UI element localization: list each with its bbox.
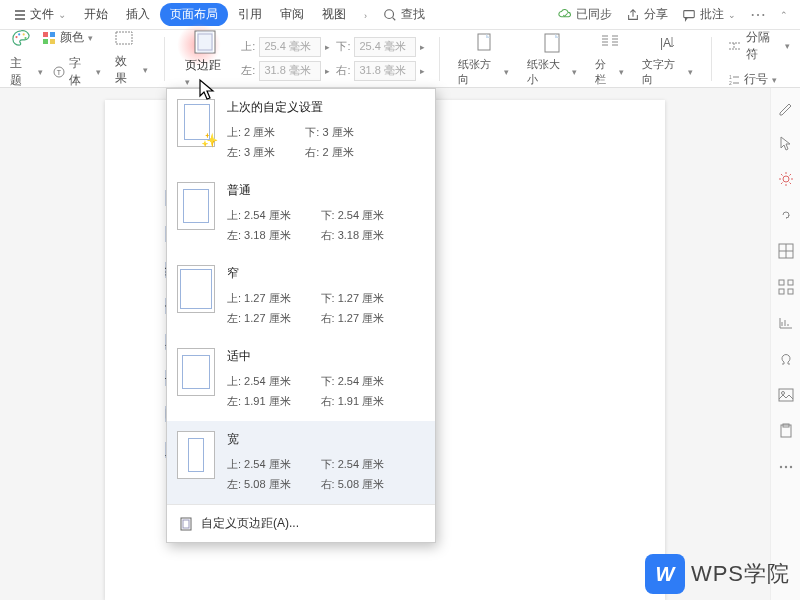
theme-palette-button[interactable] <box>8 27 34 49</box>
margin-right-field[interactable]: 右:▸ <box>336 61 425 81</box>
option-title: 宽 <box>227 431 425 448</box>
margin-bottom-field[interactable]: 下:▸ <box>336 37 425 57</box>
sync-status[interactable]: 已同步 <box>552 2 618 27</box>
svg-rect-9 <box>50 39 55 44</box>
menu-file[interactable]: 文件 ⌄ <box>6 2 74 27</box>
share-button[interactable]: 分享 <box>620 2 674 27</box>
break-icon <box>728 40 742 52</box>
text-direction-icon: |A <box>655 31 679 55</box>
margins-icon <box>193 29 217 55</box>
svg-point-2 <box>15 36 17 38</box>
margin-left-field[interactable]: 左:▸ <box>241 61 330 81</box>
svg-rect-27 <box>779 389 793 401</box>
theme-button[interactable]: 主题▾ <box>8 53 45 91</box>
wps-watermark: W WPS学院 <box>645 554 790 594</box>
svg-rect-12 <box>116 32 132 44</box>
separator-button[interactable]: 分隔符▾ <box>726 27 792 65</box>
margins-dropdown: ✨ 上次的自定义设置 上: 2 厘米下: 3 厘米 左: 3 厘米右: 2 厘米… <box>166 88 436 543</box>
orientation-button[interactable]: 纸张方向▾ <box>454 29 513 89</box>
font-button[interactable]: T 字体▾ <box>51 53 103 91</box>
cloud-sync-icon <box>558 8 572 22</box>
margins-option-normal[interactable]: 普通 上: 2.54 厘米下: 2.54 厘米 左: 3.18 厘米右: 3.1… <box>167 172 435 255</box>
chevron-down-icon: ⌄ <box>58 9 66 20</box>
search-icon <box>383 8 397 22</box>
color-button[interactable]: 颜色▾ <box>40 27 95 48</box>
svg-rect-15 <box>197 31 213 53</box>
page-setup-icon <box>179 517 193 531</box>
text-direction-button[interactable]: |A 文字方向▾ <box>638 29 697 89</box>
comment-icon <box>682 8 696 22</box>
margins-option-moderate[interactable]: 适中 上: 2.54 厘米下: 2.54 厘米 左: 1.91 厘米右: 1.9… <box>167 338 435 421</box>
svg-rect-23 <box>779 280 784 285</box>
menu-references[interactable]: 引用 <box>230 2 270 27</box>
line-number-icon: 12 <box>728 74 740 86</box>
menu-more[interactable]: › <box>356 4 375 26</box>
svg-rect-8 <box>43 39 48 44</box>
columns-icon <box>598 31 622 55</box>
paper-size-icon <box>540 31 564 55</box>
effects-button[interactable]: 效果▾ <box>113 51 150 89</box>
paper-size-button[interactable]: 纸张大小▾ <box>523 29 582 89</box>
line-number-button[interactable]: 12 行号▾ <box>726 69 779 90</box>
svg-point-21 <box>783 176 789 182</box>
color-swatch-icon <box>42 31 56 45</box>
menu-ellipsis[interactable]: ⋯ <box>744 1 772 28</box>
ribbon-separator <box>711 37 712 81</box>
hamburger-icon <box>14 9 26 21</box>
margin-thumb-icon <box>177 431 215 479</box>
font-icon: T <box>53 66 65 78</box>
margins-custom-link[interactable]: 自定义页边距(A)... <box>167 504 435 542</box>
svg-point-33 <box>789 466 791 468</box>
margin-top-field[interactable]: 上:▸ <box>241 37 330 57</box>
menu-home[interactable]: 开始 <box>76 2 116 27</box>
omega-icon[interactable] <box>777 350 795 368</box>
menu-collapse[interactable]: ⌃ <box>774 6 794 24</box>
palette-icon <box>10 29 32 47</box>
chart-icon[interactable] <box>777 314 795 332</box>
margins-option-narrow[interactable]: 窄 上: 1.27 厘米下: 1.27 厘米 左: 1.27 厘米右: 1.27… <box>167 255 435 338</box>
find-button[interactable]: 查找 <box>377 2 431 27</box>
right-sidebar <box>770 88 800 600</box>
effects-icon <box>115 31 133 45</box>
comment-button[interactable]: 批注⌄ <box>676 2 742 27</box>
svg-point-31 <box>779 466 781 468</box>
svg-text:T: T <box>56 69 61 76</box>
svg-text:2: 2 <box>729 80 732 86</box>
menu-review[interactable]: 审阅 <box>272 2 312 27</box>
menu-view[interactable]: 视图 <box>314 2 354 27</box>
dots-icon[interactable] <box>777 458 795 476</box>
ribbon-separator <box>164 37 165 81</box>
svg-point-4 <box>23 33 25 35</box>
margin-thumb-icon <box>177 265 215 313</box>
svg-point-5 <box>24 36 26 38</box>
apps-icon[interactable] <box>777 278 795 296</box>
svg-rect-6 <box>43 32 48 37</box>
grid-icon[interactable] <box>777 242 795 260</box>
pencil-icon[interactable] <box>777 98 795 116</box>
menu-bar: 文件 ⌄ 开始 插入 页面布局 引用 审阅 视图 › 查找 已同步 分享 批注⌄… <box>0 0 800 30</box>
clipboard-icon[interactable] <box>777 422 795 440</box>
pointer-icon[interactable] <box>777 134 795 152</box>
margin-thumb-icon <box>177 348 215 396</box>
svg-point-28 <box>781 392 784 395</box>
wps-logo-icon: W <box>645 554 685 594</box>
option-title: 适中 <box>227 348 425 365</box>
menu-insert[interactable]: 插入 <box>118 2 158 27</box>
effects-icon-button[interactable] <box>113 29 135 47</box>
chain-icon[interactable] <box>777 206 795 224</box>
svg-rect-1 <box>684 10 695 17</box>
gear-icon[interactable] <box>777 170 795 188</box>
ribbon-separator <box>439 37 440 81</box>
watermark-text: WPS学院 <box>691 559 790 589</box>
columns-button[interactable]: 分栏▾ <box>591 29 628 89</box>
image-icon[interactable] <box>777 386 795 404</box>
option-title: 普通 <box>227 182 425 199</box>
svg-point-3 <box>18 33 20 35</box>
margins-option-wide[interactable]: 宽 上: 2.54 厘米下: 2.54 厘米 左: 5.08 厘米右: 5.08… <box>167 421 435 504</box>
svg-point-0 <box>385 9 394 18</box>
margins-option-last-custom[interactable]: ✨ 上次的自定义设置 上: 2 厘米下: 3 厘米 左: 3 厘米右: 2 厘米 <box>167 89 435 172</box>
margins-button[interactable]: 页边距▾ <box>179 25 232 92</box>
margin-thumb-icon <box>177 182 215 230</box>
orientation-icon <box>472 31 496 55</box>
ribbon: 颜色▾ 主题▾ T 字体▾ 效果▾ 页边距▾ 上:▸ 下:▸ <box>0 30 800 88</box>
